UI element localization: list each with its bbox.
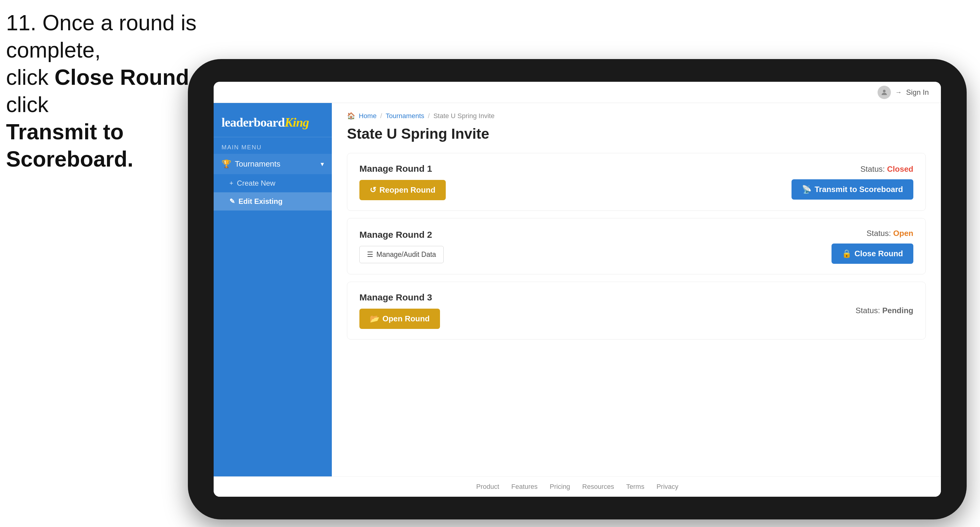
round-1-status-label: Status:: [860, 165, 885, 173]
reopen-round-button[interactable]: ↺ Reopen Round: [360, 180, 446, 200]
footer: Product Features Pricing Resources Terms…: [214, 476, 941, 497]
instruction-line2: click: [6, 65, 54, 89]
svg-point-2: [883, 90, 886, 92]
logo-king: King: [285, 115, 309, 129]
sidebar-item-create-new[interactable]: + Create New: [214, 174, 332, 192]
tablet-screen: → Sign In leaderboardKing MAIN MENU 🏆: [214, 82, 941, 497]
round-3-status-label: Status:: [856, 306, 880, 315]
sign-in-label[interactable]: Sign In: [906, 88, 929, 97]
close-round-button[interactable]: 🔒 Close Round: [832, 243, 913, 264]
round-1-status-value: Closed: [887, 165, 913, 173]
edit-icon: ✎: [229, 197, 235, 205]
round-3-status: Status: Pending: [856, 306, 913, 315]
breadcrumb-home[interactable]: Home: [359, 112, 377, 120]
footer-product[interactable]: Product: [476, 483, 499, 490]
transmit-label: Transmit to Scoreboard: [815, 185, 903, 194]
round-3-right: Status: Pending: [856, 306, 913, 315]
top-bar: → Sign In: [214, 82, 941, 103]
round-card-1: Manage Round 1 ↺ Reopen Round Status: Cl…: [347, 153, 926, 211]
round-3-title: Manage Round 3: [360, 292, 440, 303]
close-icon: 🔒: [842, 249, 851, 258]
audit-icon: ☰: [367, 251, 373, 259]
instruction-line1: 11. Once a round is complete,: [6, 11, 196, 62]
round-2-status-value: Open: [893, 229, 913, 238]
instruction-bold1: Close Round: [54, 65, 189, 89]
round-1-status: Status: Closed: [860, 165, 913, 174]
transmit-icon: 📡: [802, 185, 811, 194]
round-2-right: Status: Open 🔒 Close Round: [832, 229, 913, 264]
breadcrumb: 🏠 Home / Tournaments / State U Spring In…: [347, 112, 926, 120]
chevron-down-icon: ▾: [321, 160, 324, 168]
footer-pricing[interactable]: Pricing: [550, 483, 570, 490]
create-new-label: Create New: [237, 179, 275, 187]
main-menu-label: MAIN MENU: [214, 137, 332, 154]
sign-in-area[interactable]: → Sign In: [878, 86, 929, 99]
round-2-left: Manage Round 2 ☰ Manage/Audit Data: [360, 230, 444, 263]
breadcrumb-current: State U Spring Invite: [433, 112, 495, 120]
round-3-status-value: Pending: [882, 306, 913, 315]
footer-terms[interactable]: Terms: [626, 483, 644, 490]
breadcrumb-home-icon: 🏠: [347, 112, 355, 120]
transmit-to-scoreboard-button[interactable]: 📡 Transmit to Scoreboard: [792, 179, 913, 200]
sidebar: leaderboardKing MAIN MENU 🏆 Tournaments …: [214, 103, 332, 476]
footer-features[interactable]: Features: [511, 483, 538, 490]
trophy-icon: 🏆: [221, 159, 231, 169]
logo: leaderboardKing: [221, 115, 324, 130]
manage-audit-label: Manage/Audit Data: [376, 251, 436, 259]
plus-icon: +: [229, 179, 233, 187]
round-2-status-label: Status:: [866, 229, 891, 238]
breadcrumb-sep1: /: [380, 112, 382, 120]
manage-audit-button[interactable]: ☰ Manage/Audit Data: [360, 246, 444, 263]
main-layout: leaderboardKing MAIN MENU 🏆 Tournaments …: [214, 103, 941, 476]
user-avatar-icon: [878, 86, 891, 99]
sidebar-item-edit-existing[interactable]: ✎ Edit Existing: [214, 192, 332, 211]
page-title: State U Spring Invite: [347, 125, 926, 142]
open-round-button[interactable]: 📂 Open Round: [360, 309, 440, 329]
round-card-3: Manage Round 3 📂 Open Round Status: Pend…: [347, 282, 926, 340]
tablet-device: → Sign In leaderboardKing MAIN MENU 🏆: [188, 59, 967, 519]
edit-existing-label: Edit Existing: [239, 197, 282, 206]
round-2-status: Status: Open: [866, 229, 913, 238]
content-area: 🏠 Home / Tournaments / State U Spring In…: [332, 103, 941, 476]
round-1-left: Manage Round 1 ↺ Reopen Round: [360, 163, 446, 200]
logo-area: leaderboardKing: [214, 109, 332, 137]
round-1-right: Status: Closed 📡 Transmit to Scoreboard: [792, 165, 913, 200]
round-card-2: Manage Round 2 ☰ Manage/Audit Data Statu…: [347, 218, 926, 275]
tournaments-label: Tournaments: [235, 159, 280, 169]
round-1-title: Manage Round 1: [360, 163, 446, 174]
close-round-label: Close Round: [854, 249, 903, 258]
instruction-bold2: Transmit to Scoreboard.: [6, 120, 133, 171]
logo-leaderboard: leaderboard: [221, 115, 285, 129]
breadcrumb-sep2: /: [428, 112, 430, 120]
reopen-round-label: Reopen Round: [379, 185, 436, 195]
round-2-title: Manage Round 2: [360, 230, 444, 240]
footer-resources[interactable]: Resources: [582, 483, 614, 490]
sign-in-icon: →: [895, 89, 902, 96]
open-icon: 📂: [370, 314, 379, 324]
reopen-icon: ↺: [370, 185, 376, 195]
breadcrumb-tournaments[interactable]: Tournaments: [386, 112, 424, 120]
round-3-left: Manage Round 3 📂 Open Round: [360, 292, 440, 329]
open-round-label: Open Round: [382, 314, 430, 324]
sidebar-item-tournaments[interactable]: 🏆 Tournaments ▾: [214, 154, 332, 174]
footer-privacy[interactable]: Privacy: [656, 483, 678, 490]
